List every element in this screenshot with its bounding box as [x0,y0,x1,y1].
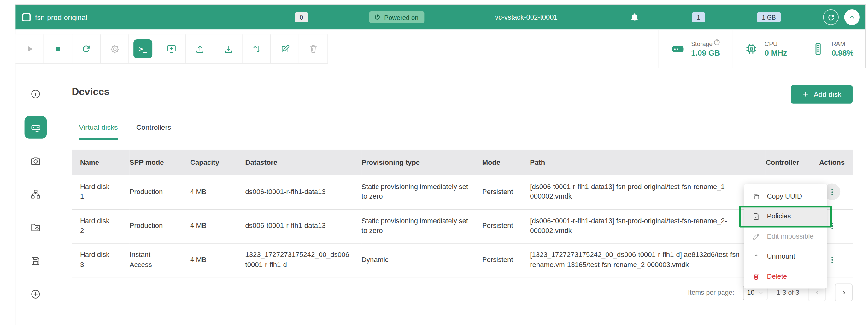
plus-icon [802,91,809,98]
dots-vertical-icon [827,221,837,231]
toolbar: >_ Storag [16,29,865,68]
info-icon [30,88,41,99]
reorder-button[interactable] [243,34,271,63]
spp-mode: Instant Access [130,243,190,277]
col-actions: Actions [819,150,852,175]
menu-item-label: Delete [767,272,787,280]
col-name: Name [71,150,129,175]
tab-virtual-disks[interactable]: Virtual disks [79,123,118,140]
table-row: Hard disk 1 Production 4 MB ds006-t0001-… [71,175,852,209]
policies-icon [752,212,760,220]
mode: Persistent [482,209,530,243]
page-range-label: 1-3 of 3 [777,289,799,296]
col-path: Path [530,150,766,175]
camera-icon [30,155,41,166]
pagination: Items per page: 10 1-3 of 3 [71,283,852,302]
storage-icon [671,42,685,56]
refresh-icon [827,13,835,21]
row-context-menu: Copy UUID Policies Edit impossible Unmou… [744,184,827,289]
virtual-disks-icon [30,121,41,133]
play-button[interactable] [16,34,44,63]
path: [1323_1727273175242_00_ds006-t0001-r-flh… [530,243,766,277]
ram-label: RAM [832,41,845,47]
power-status-label: Powered on [384,14,418,21]
col-capacity: Capacity [190,150,245,175]
menu-item-label: Policies [767,212,791,220]
cpu-icon [744,42,758,56]
dots-vertical-icon [827,255,837,265]
collapse-panel-button[interactable] [844,9,860,25]
add-disk-button[interactable]: Add disk [791,85,852,103]
menu-item-policies[interactable]: Policies [744,206,827,226]
table-row: Hard disk 3 Instant Access 4 MB 1323_172… [71,243,852,277]
select-vm-checkbox[interactable] [22,13,31,21]
pencil-icon [752,232,760,240]
ram-icon [811,42,826,56]
storage-metric: Storage? 1.09 GB [658,29,732,68]
gear-icon [109,43,120,54]
sidebar-item-snapshots[interactable] [25,150,47,172]
edit-button[interactable] [271,34,299,63]
delete-button[interactable] [299,34,328,63]
col-spp-mode: SPP mode [130,150,190,175]
swap-vertical-icon [251,43,262,54]
sidebar-item-add[interactable] [25,283,47,305]
upload-icon [194,43,205,54]
vm-action-buttons: >_ [16,34,328,64]
sidebar-item-virtual-disks[interactable] [25,116,47,138]
menu-item-copy-uuid[interactable]: Copy UUID [744,186,827,206]
monitor-import-icon [166,43,177,54]
mode: Persistent [482,243,530,277]
vm-detail-window: fsn-prod-original 0 Powered on vc-vstack… [15,4,866,325]
restart-button[interactable] [72,34,101,63]
table-header-row: Name SPP mode Capacity Datastore Provisi… [71,150,852,175]
chevron-left-icon [813,289,821,296]
provisioning-type: Static provisioning immediately set to z… [362,175,482,209]
screenshot-root: fsn-prod-original 0 Powered on vc-vstack… [0,0,868,327]
console-button[interactable]: >_ [129,34,157,63]
bell-icon [629,12,640,22]
provisioning-type: Static provisioning immediately set to z… [362,209,482,243]
sidebar-item-backups[interactable] [25,250,47,272]
next-page-button[interactable] [835,284,852,301]
stop-button[interactable] [44,34,72,63]
virtual-disks-table: Name SPP mode Capacity Datastore Provisi… [71,150,852,277]
sidebar-item-network[interactable] [25,183,47,205]
table-row: Hard disk 2 Production 4 MB ds006-t0001-… [71,209,852,243]
console-icon: >_ [133,39,152,58]
chevron-up-icon [848,13,856,21]
datastore: ds006-t0001-r-flh1-data13 [245,175,362,209]
cpu-value: 0 MHz [765,48,787,57]
info-icon[interactable]: ? [714,39,720,45]
unmount-icon [752,252,760,260]
menu-item-unmount[interactable]: Unmount [744,246,827,266]
items-per-page-label: Items per page: [688,289,734,296]
count-badge: 0 [294,12,308,22]
app-scale-wrapper: fsn-prod-original 0 Powered on vc-vstack… [0,0,868,327]
disk-name: Hard disk 2 [71,209,129,243]
settings-button[interactable] [101,34,129,63]
col-mode: Mode [482,150,530,175]
add-circle-icon [30,289,41,300]
items-per-page-value: 10 [747,289,755,296]
col-provisioning-type: Provisioning type [362,150,482,175]
spp-mode: Production [130,209,190,243]
capacity: 4 MB [190,209,245,243]
notifications-bell-icon[interactable] [629,12,640,22]
refresh-button[interactable] [823,9,839,25]
ram-metric: RAM 0.98% [799,29,865,68]
upload-button[interactable] [186,34,214,63]
host-name: vc-vstack-002-t0001 [495,13,557,21]
cpu-metric: CPU 0 MHz [732,29,799,68]
menu-item-edit-impossible: Edit impossible [744,226,827,246]
download-button[interactable] [214,34,243,63]
sidebar-item-policies[interactable] [25,216,47,238]
disk-name: Hard disk 1 [71,175,129,209]
sidebar-item-info[interactable] [25,83,47,105]
tab-controllers[interactable]: Controllers [136,123,171,140]
power-status-chip: Powered on [369,11,425,23]
menu-item-delete[interactable]: Delete [744,266,827,286]
play-icon [25,44,35,54]
import-button[interactable] [157,34,186,63]
download-icon [223,43,234,54]
